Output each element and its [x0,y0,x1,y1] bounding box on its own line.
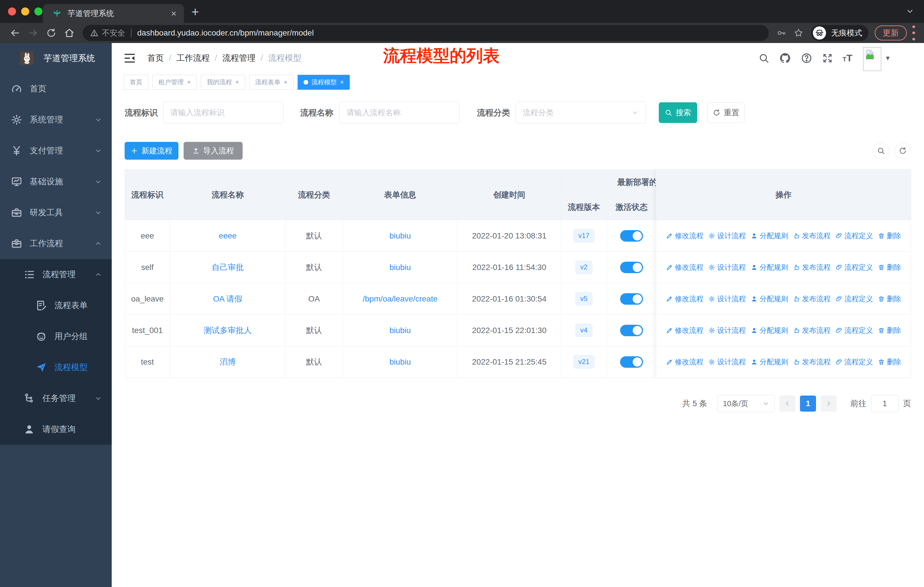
op-删除[interactable]: 删除 [878,326,901,335]
sidebar-item-home[interactable]: 首页 [0,73,112,104]
active-toggle[interactable] [620,262,643,273]
op-分配规则[interactable]: 分配规则 [751,263,788,272]
tag-close-icon[interactable]: × [236,79,239,86]
op-发布流程[interactable]: 发布流程 [793,326,831,335]
goto-page-input[interactable] [871,395,899,412]
op-分配规则[interactable]: 分配规则 [751,357,788,367]
form-info-link[interactable]: biubiu [389,326,411,335]
sidebar-item-infra[interactable]: 基础设施 [0,166,112,197]
filter-name-input[interactable] [340,102,460,124]
back-button[interactable] [10,28,20,38]
sidebar-item-user-group[interactable]: 用户分组 [0,321,112,352]
form-info-link[interactable]: biubiu [389,263,411,272]
avatar-caret-icon[interactable]: ▾ [886,54,889,63]
active-toggle[interactable] [620,325,643,336]
op-删除[interactable]: 删除 [878,231,901,240]
form-info-link[interactable]: /bpm/oa/leave/create [363,294,438,304]
active-toggle[interactable] [620,230,643,241]
sidebar-item-process-model[interactable]: 流程模型 [0,352,112,383]
op-删除[interactable]: 删除 [878,357,901,367]
tag-tenant[interactable]: 租户管理 × [152,75,197,90]
import-process-button[interactable]: 导入流程 [183,142,243,160]
forward-button[interactable] [28,28,39,38]
fullscreen-icon[interactable] [822,53,833,64]
breadcrumb-process-manage[interactable]: 流程管理 [222,53,256,64]
op-发布流程[interactable]: 发布流程 [793,294,831,304]
form-info-link[interactable]: biubiu [389,357,411,367]
version-tag[interactable]: v4 [576,324,592,337]
op-流程定义[interactable]: 流程定义 [835,294,873,304]
tab-close-icon[interactable]: × [171,9,177,18]
tag-close-icon[interactable]: × [284,79,287,86]
create-process-button[interactable]: 新建流程 [125,142,178,160]
filter-category-select[interactable]: 流程分类 [516,102,646,124]
reload-button[interactable] [46,28,56,38]
page-size-select[interactable]: 10条/页 [718,395,775,412]
process-name-link[interactable]: OA 请假 [213,293,243,304]
tag-process-model[interactable]: 流程模型 × [298,75,350,90]
breadcrumb-workflow[interactable]: 工作流程 [177,53,210,64]
op-发布流程[interactable]: 发布流程 [793,357,831,367]
tag-close-icon[interactable]: × [187,79,191,86]
tag-close-icon[interactable]: × [340,79,344,86]
process-name-link[interactable]: 滔博 [220,357,236,367]
op-修改流程[interactable]: 修改流程 [666,263,703,272]
process-name-link[interactable]: 测试多审批人 [204,325,252,336]
op-分配规则[interactable]: 分配规则 [751,231,788,240]
op-设计流程[interactable]: 设计流程 [708,263,746,272]
address-bar[interactable]: 不安全 dashboard.yudao.iocoder.cn/bpm/manag… [82,25,769,41]
op-流程定义[interactable]: 流程定义 [835,263,873,272]
github-icon[interactable] [779,52,791,64]
op-流程定义[interactable]: 流程定义 [835,326,873,335]
sidebar-item-workflow[interactable]: 工作流程 [0,228,112,259]
tag-home[interactable]: 首页 [124,75,148,90]
op-设计流程[interactable]: 设计流程 [708,294,746,304]
op-设计流程[interactable]: 设计流程 [708,326,746,335]
op-流程定义[interactable]: 流程定义 [835,231,873,240]
op-修改流程[interactable]: 修改流程 [666,294,703,304]
refresh-table-button[interactable] [894,142,911,159]
reset-button[interactable]: 重置 [708,103,745,123]
op-修改流程[interactable]: 修改流程 [666,357,703,367]
version-tag[interactable]: v17 [573,229,594,243]
prev-page-button[interactable] [779,395,795,412]
home-button[interactable] [64,28,75,38]
url-text[interactable]: dashboard.yudao.iocoder.cn/bpm/manager/m… [137,28,314,38]
op-删除[interactable]: 删除 [878,263,901,272]
version-tag[interactable]: v5 [576,292,592,306]
tag-process-form[interactable]: 流程表单 × [249,75,294,90]
update-button[interactable]: 更新 [875,25,907,40]
sidebar-item-devtools[interactable]: 研发工具 [0,197,112,228]
op-设计流程[interactable]: 设计流程 [708,357,746,367]
process-name-link[interactable]: 自己审批 [212,262,244,273]
version-tag[interactable]: v2 [576,261,592,274]
sidebar-item-process-form[interactable]: 流程表单 [0,290,112,321]
close-window-button[interactable] [8,7,16,15]
search-button[interactable]: 搜索 [659,103,697,123]
toggle-search-button[interactable] [873,142,889,159]
op-删除[interactable]: 删除 [878,294,901,304]
sidebar-item-process-manage[interactable]: 流程管理 [0,259,112,290]
op-设计流程[interactable]: 设计流程 [708,231,746,240]
sidebar-item-task-manage[interactable]: 任务管理 [0,383,112,414]
bookmark-star-icon[interactable] [794,28,804,38]
font-size-icon[interactable]: TT [843,53,852,64]
minimize-window-button[interactable] [21,7,29,15]
active-toggle[interactable] [620,356,643,368]
collapse-sidebar-icon[interactable] [123,51,136,65]
security-status[interactable]: 不安全 [90,28,125,38]
tag-my-process[interactable]: 我的流程 × [201,75,245,90]
op-修改流程[interactable]: 修改流程 [666,326,703,335]
tab-search-chevron-icon[interactable] [906,7,914,15]
maximize-window-button[interactable] [35,7,42,15]
header-search-icon[interactable] [759,53,769,64]
sidebar-item-payment[interactable]: 支付管理 [0,135,112,166]
sidebar-item-system[interactable]: 系统管理 [0,104,112,135]
browser-menu-icon[interactable]: ••• [912,24,916,42]
process-name-link[interactable]: eeee [219,231,237,240]
op-发布流程[interactable]: 发布流程 [793,231,831,240]
next-page-button[interactable] [821,395,837,412]
version-tag[interactable]: v21 [573,355,594,369]
active-toggle[interactable] [620,293,643,305]
breadcrumb-home[interactable]: 首页 [147,53,164,64]
